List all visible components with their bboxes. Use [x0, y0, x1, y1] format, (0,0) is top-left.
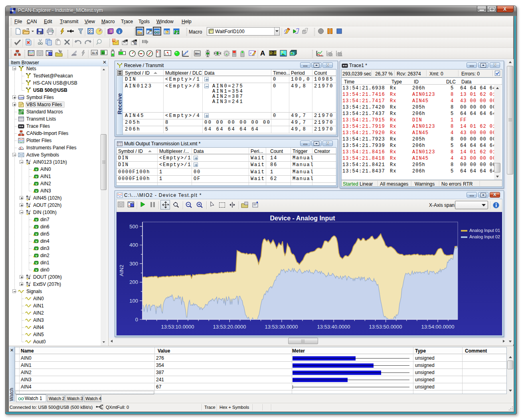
svg-text:12:37: 12:37 [269, 52, 277, 55]
svg-text:11.5: 11.5 [92, 52, 97, 55]
svg-text:?: ? [110, 30, 112, 33]
svg-text:Btn: Btn [195, 52, 200, 55]
svg-text:1.1.: 1.1. [165, 53, 170, 55]
svg-text:11: 11 [111, 49, 114, 51]
svg-text:11: 11 [120, 49, 122, 51]
svg-text:i: i [119, 29, 120, 34]
svg-text:12: 12 [101, 52, 105, 55]
svg-text:CAN: CAN [19, 97, 24, 99]
svg-text:X: X [249, 52, 252, 55]
